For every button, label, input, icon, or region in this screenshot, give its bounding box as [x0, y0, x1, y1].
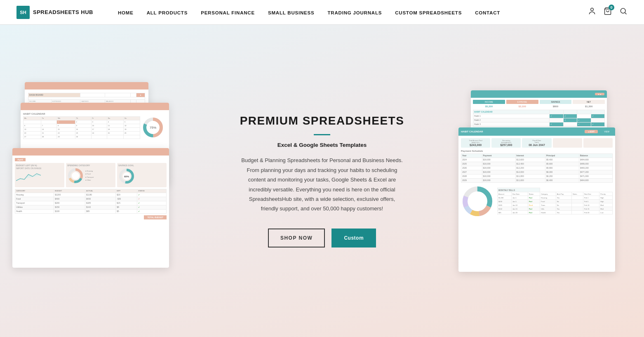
right-spreadsheet-mockup: ● ● INCOME EXPENSE SAVINGS NET $5,200 $3… — [458, 94, 632, 268]
svg-text:68%: 68% — [124, 175, 129, 178]
left-spreadsheet-mockup: DASH BOARD ● INCOME EXPENSES SAVINGS BAL… — [12, 94, 186, 268]
svg-line-3 — [625, 13, 627, 14]
left-card-front: April BUDGET LEFT (IN %) IMPORT DATE ON … — [12, 148, 169, 268]
shop-now-button[interactable]: SHOP NOW — [268, 229, 325, 247]
nav-all-products[interactable]: ALL PRODUCTS — [147, 10, 188, 15]
navbar: SH SPREADSHEETS HUB HOME ALL PRODUCTS PE… — [0, 0, 644, 25]
svg-text:75%: 75% — [150, 126, 156, 130]
logo-text: SPREADSHEETS HUB — [33, 9, 93, 15]
svg-point-24 — [469, 193, 486, 210]
hero-section: DASH BOARD ● INCOME EXPENSES SAVINGS BAL… — [0, 25, 644, 337]
nav-small-business[interactable]: SMALL BUSINESS — [268, 10, 315, 15]
hero-subtitle: Excel & Google Sheets Templates — [240, 142, 404, 148]
svg-point-0 — [591, 8, 594, 11]
cart-icon[interactable]: 0 — [604, 7, 612, 17]
card-header: ● ● — [471, 90, 607, 98]
hero-title: PREMIUM SPREADSHEETS — [240, 114, 404, 127]
svg-point-13 — [72, 172, 79, 179]
svg-point-2 — [620, 8, 625, 13]
card-header: HABIT CALENDAR ● EDIT VIEW — [458, 127, 615, 136]
hero-description: Budget & Planning Spreadsheets for Perso… — [240, 156, 404, 213]
cart-badge: 0 — [609, 5, 614, 10]
nav-custom-spreadsheets[interactable]: CUSTOM SPREADSHEETS — [395, 10, 462, 15]
card-header — [12, 148, 169, 156]
hero-buttons: SHOP NOW Custom — [240, 229, 404, 247]
logo-icon: SH — [16, 6, 30, 19]
custom-button[interactable]: Custom — [331, 229, 376, 247]
card-header — [25, 82, 148, 90]
nav-contact[interactable]: CONTACT — [475, 10, 500, 15]
hero-divider — [314, 134, 330, 135]
hero-center-content: PREMIUM SPREADSHEETS Excel & Google Shee… — [240, 114, 404, 247]
logo-link[interactable]: SH SPREADSHEETS HUB — [16, 6, 93, 19]
nav-links: HOME ALL PRODUCTS PERSONAL FINANCE SMALL… — [118, 9, 588, 16]
nav-action-icons: 0 — [588, 7, 628, 17]
nav-home[interactable]: HOME — [118, 10, 134, 15]
nav-personal-finance[interactable]: PERSONAL FINANCE — [201, 10, 255, 15]
search-icon[interactable] — [619, 7, 628, 17]
card-header — [21, 103, 169, 110]
right-card-front: HABIT CALENDAR ● EDIT VIEW Total Amount … — [458, 127, 615, 272]
account-icon[interactable] — [588, 7, 596, 17]
nav-trading-journals[interactable]: TRADING JOURNALS — [328, 10, 382, 15]
